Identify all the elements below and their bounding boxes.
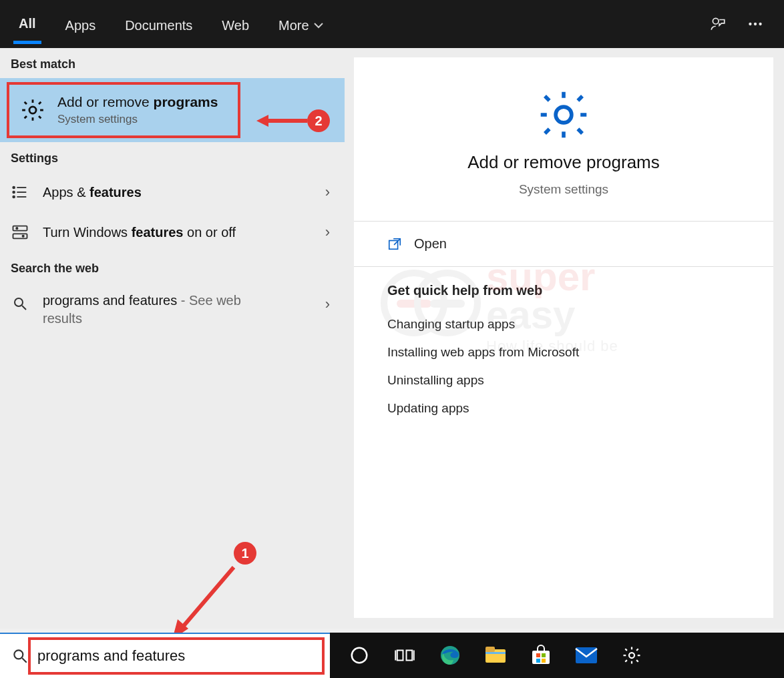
list-icon (9, 182, 31, 203)
annotation-badge-1: 1 (234, 542, 256, 565)
chevron-right-icon: › (325, 296, 330, 313)
filter-tab-apps[interactable]: Apps (60, 6, 102, 43)
settings-gear-icon[interactable] (618, 642, 645, 669)
chevron-down-icon (313, 20, 324, 31)
svg-point-40 (629, 653, 634, 658)
svg-rect-34 (532, 651, 550, 664)
more-options-icon[interactable] (747, 15, 764, 33)
help-link[interactable]: Installing web apps from Microsoft (387, 338, 773, 366)
svg-line-16 (22, 306, 26, 310)
section-best-match: Best match (0, 48, 345, 78)
svg-point-7 (13, 192, 15, 194)
detail-subtitle: System settings (519, 182, 608, 197)
svg-rect-12 (13, 234, 27, 238)
detail-header: Add or remove programs System settings (354, 77, 773, 222)
svg-point-5 (13, 187, 15, 189)
svg-rect-33 (485, 652, 506, 654)
svg-point-21 (556, 107, 572, 123)
svg-rect-36 (542, 653, 546, 657)
svg-rect-37 (536, 659, 540, 663)
filter-tab-all[interactable]: All (13, 4, 41, 44)
open-action[interactable]: Open (387, 236, 773, 252)
best-match-result[interactable]: Add or remove programs System settings (7, 82, 240, 138)
gear-icon (536, 87, 592, 143)
svg-line-19 (179, 567, 234, 631)
quick-help: Get quick help from web Changing startup… (354, 267, 773, 422)
svg-rect-35 (536, 653, 540, 657)
settings-row-label: Turn Windows features on or off (43, 225, 236, 240)
detail-pane: super easy How life should be Add or rem… (354, 57, 773, 618)
best-match-title: Add or remove programs (57, 94, 218, 110)
search-icon[interactable] (7, 643, 33, 669)
svg-point-4 (29, 107, 36, 113)
detail-title: Add or remove programs (467, 152, 660, 173)
search-icon (9, 293, 31, 314)
filter-tab-documents[interactable]: Documents (120, 6, 198, 43)
svg-rect-32 (485, 647, 495, 652)
svg-rect-11 (13, 226, 27, 231)
svg-rect-26 (397, 651, 403, 661)
chevron-right-icon: › (325, 184, 330, 201)
mail-icon[interactable] (573, 642, 600, 669)
svg-point-15 (15, 298, 23, 306)
section-search-web: Search the web (0, 252, 345, 282)
search-filter-bar: All Apps Documents Web More (0, 0, 784, 48)
svg-rect-38 (542, 659, 546, 663)
svg-point-9 (13, 196, 15, 198)
svg-point-3 (759, 23, 761, 25)
help-link[interactable]: Uninstalling apps (387, 366, 773, 394)
top-right-icons (709, 15, 771, 33)
chevron-right-icon: › (325, 224, 330, 241)
settings-row-apps-features[interactable]: Apps & features › (0, 172, 345, 212)
search-input[interactable] (35, 643, 318, 669)
search-box-highlight (28, 637, 325, 675)
detail-actions: Open (354, 222, 773, 267)
edge-icon[interactable] (437, 642, 463, 669)
svg-rect-39 (576, 647, 597, 663)
filter-tab-web[interactable]: Web (216, 6, 254, 43)
svg-point-23 (14, 650, 23, 659)
annotation-arrow-1 (167, 562, 240, 642)
svg-point-13 (16, 228, 17, 229)
bottom-bar (0, 633, 784, 678)
main-area: Best match Add or remove programs System… (0, 48, 784, 629)
svg-rect-27 (407, 651, 413, 661)
results-pane: Best match Add or remove programs System… (0, 48, 345, 629)
microsoft-store-icon[interactable] (528, 642, 554, 669)
svg-point-25 (352, 648, 367, 663)
quick-help-title: Get quick help from web (387, 283, 773, 298)
taskbar (330, 633, 784, 678)
settings-row-label: Apps & features (43, 185, 142, 200)
best-match-subtitle: System settings (57, 113, 218, 126)
svg-point-0 (713, 18, 719, 24)
svg-point-14 (23, 236, 24, 237)
task-view-icon[interactable] (391, 642, 418, 669)
file-explorer-icon[interactable] (482, 642, 509, 669)
open-icon (387, 237, 402, 252)
settings-row-windows-features[interactable]: Turn Windows features on or off › (0, 212, 345, 252)
gear-icon (20, 97, 45, 123)
feature-toggle-icon (9, 222, 31, 243)
best-match-background: Add or remove programs System settings (0, 78, 345, 142)
filter-tab-more[interactable]: More (273, 6, 329, 43)
web-search-row[interactable]: programs and features - See web results … (0, 282, 345, 337)
filter-more-label: More (278, 18, 309, 33)
help-link[interactable]: Changing startup apps (387, 310, 773, 338)
feedback-icon[interactable] (709, 15, 727, 33)
section-settings: Settings (0, 142, 345, 172)
svg-line-24 (22, 658, 27, 663)
filter-tabs: All Apps Documents Web More (13, 4, 329, 44)
search-box-area (0, 633, 330, 678)
help-link[interactable]: Updating apps (387, 394, 773, 422)
open-label: Open (414, 236, 447, 252)
cortana-icon[interactable] (346, 642, 373, 669)
svg-point-2 (754, 23, 757, 25)
web-row-label: programs and features - See web results (43, 292, 283, 328)
svg-point-1 (749, 23, 751, 25)
